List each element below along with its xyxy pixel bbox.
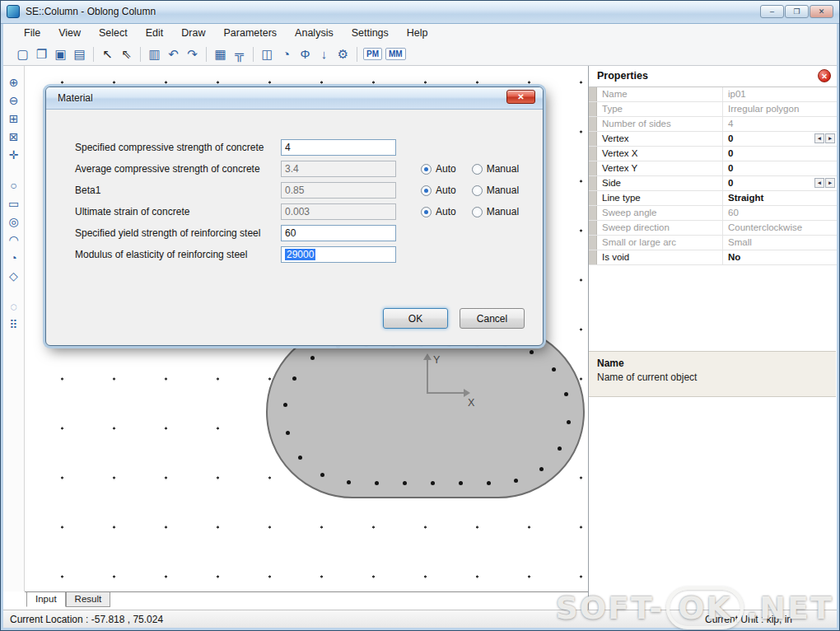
rebar-dot [567, 420, 571, 424]
ellipse-tool-icon[interactable]: ◎ [3, 214, 24, 230]
menu-item-select[interactable]: Select [90, 26, 137, 40]
prop-value-side[interactable]: 0◂▸ [723, 176, 837, 190]
rebar-grid-tool-icon[interactable]: ⠿ [3, 317, 24, 333]
prop-name-arc-size: Small or large arc [597, 236, 723, 250]
tree-view-icon[interactable]: ╦ [230, 44, 249, 64]
vertex-next-arrow[interactable]: ▸ [825, 133, 835, 143]
mm-view-button[interactable]: MM [385, 48, 406, 60]
strain-manual-radio[interactable] [472, 207, 483, 217]
polygon-tool-icon[interactable]: ◇ [3, 269, 24, 284]
rebar-dot [459, 481, 463, 485]
main-toolbar: ▢ ❐ ▣ ▤ ↖ ⇖ ▥ ↶ ↷ ▦ ╦ ◫ ◔ Φ ↓ ⚙ PM MM [3, 43, 837, 66]
fc-avg-manual-radio[interactable] [472, 164, 483, 175]
menu-item-file[interactable]: File [15, 26, 49, 40]
pm-view-button[interactable]: PM [363, 48, 382, 60]
side-next-arrow[interactable]: ▸ [825, 178, 835, 188]
undo-icon[interactable]: ↶ [164, 44, 183, 64]
menu-item-parameters[interactable]: Parameters [215, 26, 287, 40]
redo-icon[interactable]: ↷ [183, 44, 202, 64]
select-pointer-icon[interactable]: ↖ [98, 44, 117, 64]
selected-text: 29000 [285, 249, 315, 260]
property-row: Nameip01 [589, 87, 837, 102]
tab-result[interactable]: Result [66, 592, 111, 607]
property-row: TypeIrregular polygon [589, 102, 837, 117]
view-tabstrip: Input Result [25, 591, 588, 610]
prop-value-sides[interactable]: 4 [723, 117, 837, 131]
select-add-icon[interactable]: ⇖ [117, 44, 136, 64]
steel-es-input[interactable]: 29000 [281, 246, 396, 263]
toolbar-separator [93, 47, 94, 62]
print-icon[interactable]: ▤ [70, 44, 89, 64]
open-file-icon[interactable]: ❐ [32, 44, 51, 64]
watermark-post: .NET [746, 590, 833, 626]
dialog-title-bar[interactable]: Material ✕ [46, 87, 543, 110]
rectangle-tool-icon[interactable]: ▭ [3, 196, 24, 212]
minimize-button[interactable]: – [760, 5, 784, 18]
circle-tool-icon[interactable]: ○ [3, 178, 24, 194]
prop-value-type[interactable]: Irregular polygon [723, 102, 837, 116]
book-icon[interactable]: ◫ [258, 44, 277, 64]
properties-grid: Nameip01 TypeIrregular polygon Number of… [589, 87, 837, 265]
zoom-extents-icon[interactable]: ⊠ [3, 129, 24, 145]
fc-avg-auto-radio[interactable] [421, 164, 432, 175]
report-table-icon[interactable]: ▦ [211, 44, 230, 64]
property-row: Is voidNo [589, 250, 837, 265]
rebar-dot [558, 446, 562, 451]
settings-gears-icon[interactable]: ⚙ [334, 44, 352, 64]
dialog-close-button[interactable]: ✕ [506, 90, 535, 104]
beta1-auto-radio[interactable] [421, 185, 432, 196]
sector-tool-icon[interactable]: ◔ [3, 250, 24, 266]
zoom-window-icon[interactable]: ⊞ [3, 111, 24, 127]
rebar-dot [320, 473, 324, 477]
menu-item-draw[interactable]: Draw [172, 26, 214, 40]
prop-value-vertex[interactable]: 0◂▸ [723, 132, 837, 146]
menu-item-settings[interactable]: Settings [343, 26, 398, 40]
menu-item-help[interactable]: Help [398, 26, 437, 40]
arc-tool-icon[interactable]: ◠ [3, 232, 24, 248]
prop-value-sweep-direction[interactable]: Counterclockwise [723, 221, 837, 235]
save-file-icon[interactable]: ▣ [51, 44, 70, 64]
app-window: SE::Column - Oblong Column – ❐ ✕ File Vi… [0, 0, 840, 631]
load-arrow-icon[interactable]: ↓ [315, 44, 334, 64]
pan-icon[interactable]: ✛ [3, 147, 24, 163]
close-properties-button[interactable]: ✕ [818, 69, 831, 82]
strain-auto-radio[interactable] [421, 207, 432, 217]
x-axis-arrow [464, 389, 474, 397]
close-button[interactable]: ✕ [810, 5, 833, 18]
steel-fy-input[interactable] [281, 225, 396, 241]
prop-value-arc-size[interactable]: Small [723, 236, 837, 250]
delete-icon[interactable]: ▥ [145, 44, 164, 64]
phi-factor-icon[interactable]: Φ [296, 44, 315, 64]
ok-button[interactable]: OK [383, 308, 448, 329]
prop-value-name[interactable]: ip01 [723, 87, 837, 101]
cancel-button[interactable]: Cancel [460, 308, 525, 329]
vertex-prev-arrow[interactable]: ◂ [814, 133, 824, 143]
prop-name-sweep-angle: Sweep angle [597, 206, 723, 220]
ultimate-strain-label: Ultimate strain of concrete [75, 206, 281, 217]
rebar-dot [298, 456, 302, 460]
prop-value-vertex-y[interactable]: 0 [723, 161, 837, 175]
tab-input[interactable]: Input [26, 592, 66, 607]
menu-item-view[interactable]: View [49, 26, 90, 40]
side-prev-arrow[interactable]: ◂ [814, 178, 824, 188]
watermark: SOFT- OK .NET [555, 587, 833, 629]
new-file-icon[interactable]: ▢ [13, 44, 32, 64]
prop-name-line-type: Line type [597, 191, 723, 205]
prop-value-sweep-angle[interactable]: 60 [723, 206, 837, 220]
property-row: Vertex X0 [589, 147, 837, 161]
interaction-diagram-icon[interactable]: ◔ [277, 44, 296, 64]
maximize-button[interactable]: ❐ [785, 5, 809, 18]
zoom-out-icon[interactable]: ⊖ [3, 93, 24, 109]
prop-value-is-void[interactable]: No [723, 250, 837, 264]
rebar-dot [514, 479, 518, 483]
toolbar-separator [357, 47, 357, 62]
prop-value-line-type[interactable]: Straight [723, 191, 837, 205]
prop-value-vertex-x[interactable]: 0 [723, 147, 837, 161]
circular-rebar-tool-icon[interactable]: ◌ [3, 299, 24, 315]
beta1-manual-radio[interactable] [472, 185, 483, 196]
concrete-fc-input[interactable] [281, 139, 396, 156]
auto-radio-label: Auto [436, 185, 456, 196]
menu-item-edit[interactable]: Edit [137, 26, 173, 40]
zoom-in-icon[interactable]: ⊕ [3, 75, 24, 91]
menu-item-analysis[interactable]: Analysis [286, 26, 343, 40]
